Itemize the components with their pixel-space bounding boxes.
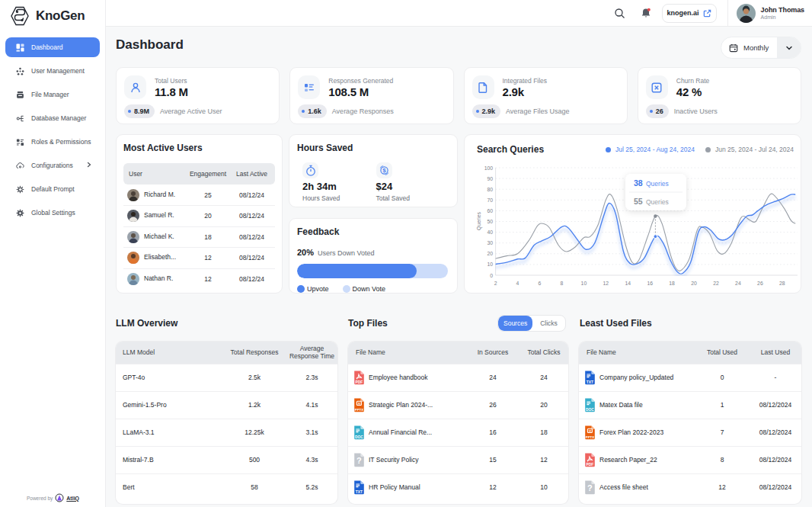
svg-text:28: 28 <box>779 281 785 286</box>
svg-text:Queries: Queries <box>476 212 482 230</box>
svg-text:12: 12 <box>603 281 609 286</box>
svg-text:26: 26 <box>757 281 763 286</box>
svg-text:PPTX: PPTX <box>355 407 363 411</box>
svg-text:55: 55 <box>634 197 643 206</box>
svg-text:60: 60 <box>487 208 493 213</box>
svg-text:8: 8 <box>561 281 564 286</box>
svg-text:30: 30 <box>487 240 493 245</box>
svg-text:40: 40 <box>487 229 493 235</box>
svg-text:20: 20 <box>487 251 493 256</box>
svg-text:?: ? <box>356 456 362 465</box>
svg-text:18: 18 <box>669 281 675 286</box>
svg-text:16: 16 <box>647 281 653 286</box>
svg-text:70: 70 <box>487 197 493 203</box>
svg-text:4: 4 <box>516 281 519 286</box>
svg-text:38: 38 <box>634 178 643 188</box>
svg-text:10: 10 <box>581 281 587 286</box>
svg-text:6: 6 <box>539 281 542 286</box>
svg-text:2: 2 <box>494 281 497 286</box>
svg-text:TXT: TXT <box>587 380 593 383</box>
svg-text:10: 10 <box>487 262 493 267</box>
svg-text:PDF: PDF <box>587 462 594 466</box>
svg-text:$: $ <box>382 167 386 174</box>
svg-text:100: 100 <box>484 165 494 171</box>
svg-text:Queries: Queries <box>646 198 669 206</box>
svg-text:22: 22 <box>713 281 719 286</box>
svg-text:PDF: PDF <box>356 380 363 383</box>
svg-text:TXT: TXT <box>356 490 363 494</box>
svg-text:DOC: DOC <box>586 407 594 411</box>
svg-text:90: 90 <box>487 176 493 181</box>
svg-text:PPTX: PPTX <box>586 435 594 438</box>
svg-text:DOC: DOC <box>355 435 363 438</box>
svg-text:Queries: Queries <box>646 180 669 188</box>
svg-text:?: ? <box>587 483 593 493</box>
svg-text:24: 24 <box>735 281 741 286</box>
svg-text:0: 0 <box>490 273 493 278</box>
svg-text:50: 50 <box>487 219 493 224</box>
svg-text:80: 80 <box>487 187 493 192</box>
svg-text:20: 20 <box>691 281 697 286</box>
svg-text:14: 14 <box>625 281 631 286</box>
